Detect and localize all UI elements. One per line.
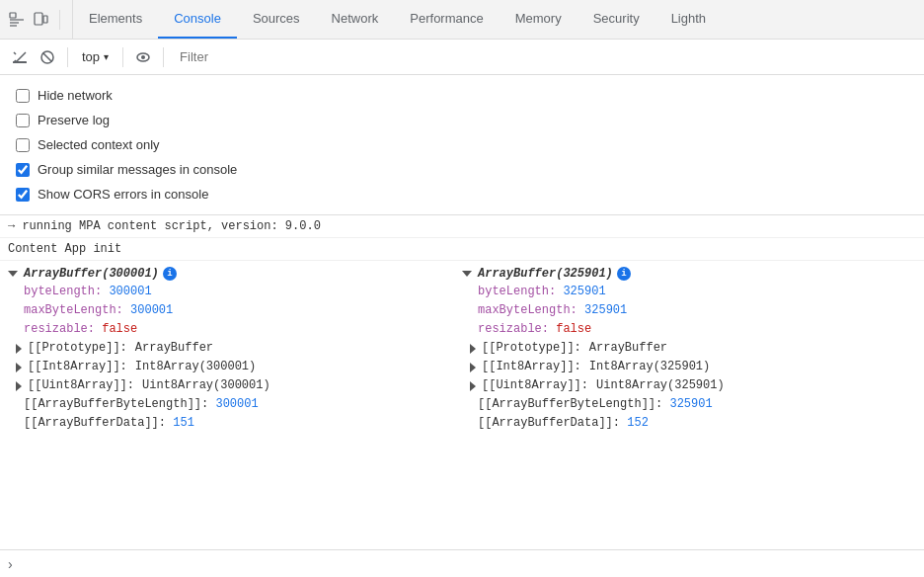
tab-elements[interactable]: Elements xyxy=(73,0,158,39)
settings-panel: Hide network Preserve log Selected conte… xyxy=(0,75,924,215)
array-buffer-1-title[interactable]: ArrayBuffer(300001) i xyxy=(8,265,462,283)
console-toolbar: top ▾ xyxy=(0,40,924,75)
stop-icon[interactable] xyxy=(36,45,59,69)
array-buffer-col-1: ArrayBuffer(300001) i byteLength: 300001… xyxy=(8,265,462,433)
ab-sub-row[interactable]: [[Uint8Array]]: Uint8Array(325901) xyxy=(462,376,916,395)
array-buffer-col-2: ArrayBuffer(325901) i byteLength: 325901… xyxy=(462,265,916,433)
preserve-log-checkbox[interactable] xyxy=(16,114,30,127)
selected-context-row[interactable]: Selected context only xyxy=(16,132,908,157)
separator xyxy=(59,10,60,30)
svg-point-10 xyxy=(141,55,145,59)
expand-uint8-icon-2[interactable] xyxy=(470,381,476,391)
expand-int8-icon[interactable] xyxy=(16,363,22,372)
bottom-arrow-icon[interactable]: › xyxy=(8,556,13,572)
inspect-element-icon[interactable] xyxy=(8,11,26,29)
context-selector[interactable]: top ▾ xyxy=(76,47,115,66)
ab-prop: [[ArrayBufferData]]: 152 xyxy=(462,414,916,433)
expand-triangle-1[interactable] xyxy=(8,271,18,277)
hide-network-checkbox[interactable] xyxy=(16,89,30,103)
devtools-topbar: Elements Console Sources Network Perform… xyxy=(0,0,924,40)
ab-sub-row[interactable]: [[Prototype]]: ArrayBuffer xyxy=(8,339,462,358)
tab-sources[interactable]: Sources xyxy=(237,0,316,39)
ab-prop: [[ArrayBufferData]]: 151 xyxy=(8,414,462,433)
svg-rect-0 xyxy=(10,13,16,18)
device-mode-icon[interactable] xyxy=(32,11,49,29)
tab-performance[interactable]: Performance xyxy=(394,0,499,39)
selected-context-checkbox[interactable] xyxy=(16,138,30,152)
tab-lighthouse[interactable]: Lighth xyxy=(655,0,722,39)
svg-rect-5 xyxy=(43,16,47,23)
tab-memory[interactable]: Memory xyxy=(500,0,578,39)
tab-network[interactable]: Network xyxy=(316,0,395,39)
tab-console[interactable]: Console xyxy=(158,0,237,39)
ab-prop: [[ArrayBufferByteLength]]: 325901 xyxy=(462,395,916,414)
ab-prop: byteLength: 325901 xyxy=(462,283,916,301)
ab-sub-row[interactable]: [[Int8Array]]: Int8Array(300001) xyxy=(8,358,462,376)
preserve-log-row[interactable]: Preserve log xyxy=(16,108,908,132)
svg-line-8 xyxy=(43,52,52,61)
expand-int8-icon-2[interactable] xyxy=(470,363,476,372)
expand-triangle-2[interactable] xyxy=(462,271,472,277)
main-content: top ▾ Hide network Preserve log Selected… xyxy=(0,40,924,577)
show-cors-checkbox[interactable] xyxy=(16,188,30,202)
toolbar-sep-1 xyxy=(67,47,68,67)
ab-prop: [[ArrayBufferByteLength]]: 300001 xyxy=(8,395,462,414)
ab-prop: byteLength: 300001 xyxy=(8,283,462,301)
ab-sub-row[interactable]: [[Uint8Array]]: Uint8Array(300001) xyxy=(8,376,462,395)
tab-list: Elements Console Sources Network Perform… xyxy=(73,0,722,39)
group-similar-checkbox[interactable] xyxy=(16,163,30,177)
expand-prototype-icon[interactable] xyxy=(16,344,22,354)
chevron-down-icon: ▾ xyxy=(104,51,109,62)
svg-rect-4 xyxy=(35,13,42,25)
group-similar-row[interactable]: Group similar messages in console xyxy=(16,157,908,182)
ab-sub-row[interactable]: [[Prototype]]: ArrayBuffer xyxy=(462,339,916,358)
ab-prop: resizable: false xyxy=(462,320,916,339)
toolbar-sep-3 xyxy=(163,47,164,67)
console-line: → running MPA content script, version: 9… xyxy=(0,215,924,238)
eye-icon[interactable] xyxy=(131,45,155,69)
info-icon-2[interactable]: i xyxy=(617,267,631,281)
bottom-arrow-bar: › xyxy=(0,549,924,577)
filter-input[interactable] xyxy=(172,45,916,68)
hide-network-row[interactable]: Hide network xyxy=(16,83,908,108)
ab-prop: maxByteLength: 325901 xyxy=(462,301,916,320)
ab-prop: resizable: false xyxy=(8,320,462,339)
expand-uint8-icon[interactable] xyxy=(16,381,22,391)
svg-rect-6 xyxy=(13,61,27,63)
array-buffer-2-name: ArrayBuffer(325901) xyxy=(478,267,613,281)
console-line: Content App init xyxy=(0,238,924,261)
topbar-icons xyxy=(0,0,73,39)
expand-prototype-icon-2[interactable] xyxy=(470,344,476,354)
ab-sub-row[interactable]: [[Int8Array]]: Int8Array(325901) xyxy=(462,358,916,376)
info-icon-1[interactable]: i xyxy=(163,267,177,281)
array-buffer-1-name: ArrayBuffer(300001) xyxy=(24,267,159,281)
array-buffer-section: ArrayBuffer(300001) i byteLength: 300001… xyxy=(0,261,924,437)
console-output: → running MPA content script, version: 9… xyxy=(0,215,924,549)
show-cors-row[interactable]: Show CORS errors in console xyxy=(16,182,908,206)
clear-console-button[interactable] xyxy=(8,45,32,69)
array-buffer-2-title[interactable]: ArrayBuffer(325901) i xyxy=(462,265,916,283)
tab-security[interactable]: Security xyxy=(578,0,655,39)
ab-prop: maxByteLength: 300001 xyxy=(8,301,462,320)
toolbar-sep-2 xyxy=(122,47,123,67)
